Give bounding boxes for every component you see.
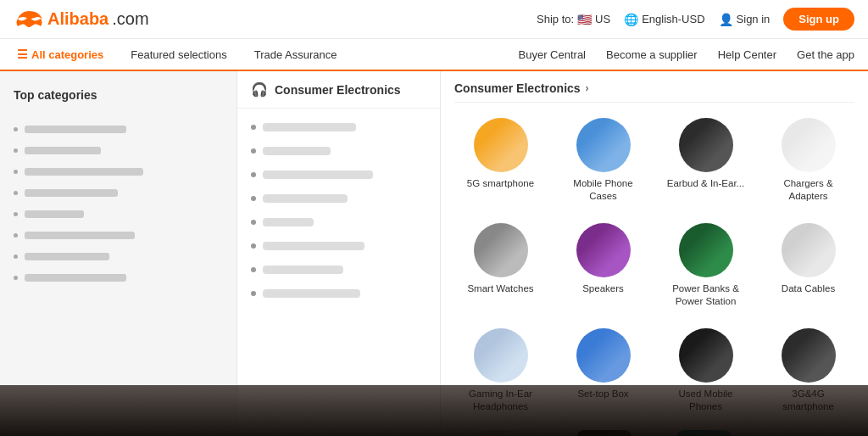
- language-label: English-USD: [642, 13, 704, 25]
- dot-icon: [14, 212, 18, 216]
- us-flag-icon: 🇺🇸: [577, 13, 592, 26]
- right-panel: Consumer Electronics › 5G smartphoneMobi…: [441, 71, 868, 436]
- cat-card[interactable]: Mobile Phone Cases: [557, 113, 649, 208]
- cat-image: [679, 223, 733, 277]
- item-label: [25, 189, 118, 197]
- header-right: Ship to: 🇺🇸 US 🌐 English-USD 👤 Sign in S…: [537, 8, 854, 31]
- list-item[interactable]: [0, 267, 236, 288]
- dot-icon: [14, 148, 18, 153]
- item-label: [25, 210, 84, 218]
- list-item[interactable]: [237, 282, 440, 305]
- cat-name: 5G smartphone: [467, 177, 534, 190]
- navbar: ☰ All categories Featured selections Tra…: [0, 39, 868, 71]
- list-item[interactable]: [0, 119, 236, 140]
- category-header: 🎧 Consumer Electronics: [237, 71, 440, 109]
- nav-buyer-central[interactable]: Buyer Central: [519, 48, 586, 61]
- list-item[interactable]: [0, 161, 236, 182]
- item-label: [263, 194, 348, 203]
- list-item[interactable]: [0, 246, 236, 267]
- list-item[interactable]: [0, 225, 236, 246]
- item-label: [25, 126, 126, 133]
- list-item[interactable]: [237, 234, 440, 258]
- ship-to-label: Ship to:: [537, 13, 574, 25]
- list-item[interactable]: [237, 163, 440, 187]
- user-icon: 👤: [719, 13, 733, 26]
- sign-up-button[interactable]: Sign up: [783, 8, 854, 31]
- cat-image: [782, 118, 836, 172]
- language-selector[interactable]: 🌐 English-USD: [624, 13, 704, 26]
- cat-image: [576, 223, 631, 277]
- categories-grid: 5G smartphoneMobile Phone CasesEarbud & …: [454, 113, 854, 418]
- cat-name: Mobile Phone Cases: [562, 177, 644, 203]
- ship-to[interactable]: Ship to: 🇺🇸 US: [537, 13, 610, 26]
- list-item[interactable]: [0, 204, 236, 225]
- country-code: US: [595, 13, 610, 25]
- cat-image: [679, 328, 733, 383]
- sidebar-title: Top categories: [0, 81, 236, 112]
- cat-image: [474, 223, 528, 277]
- cat-card[interactable]: Chargers & Adapters: [762, 113, 854, 208]
- cat-card[interactable]: Speakers: [557, 218, 649, 313]
- cat-name: Chargers & Adapters: [767, 177, 849, 203]
- cat-image: [782, 328, 836, 383]
- cat-card[interactable]: Earbud & In-Ear...: [659, 113, 752, 208]
- dot-icon: [251, 172, 256, 177]
- left-sidebar: Top categories: [0, 71, 237, 436]
- dot-icon: [14, 233, 18, 238]
- cat-card[interactable]: Smart Watches: [454, 218, 547, 313]
- item-label: [263, 170, 373, 179]
- middle-list: [237, 109, 440, 312]
- cat-name: Data Cables: [782, 282, 835, 295]
- headphones-icon: 🎧: [251, 81, 268, 98]
- dot-icon: [251, 291, 256, 296]
- nav-get-app[interactable]: Get the app: [797, 48, 854, 61]
- nav-trade[interactable]: Trade Assurance: [251, 38, 341, 70]
- list-item[interactable]: [237, 210, 440, 234]
- nav-help-center[interactable]: Help Center: [718, 48, 776, 61]
- item-label: [25, 168, 143, 176]
- item-label: [263, 123, 356, 131]
- logo[interactable]: Alibaba.com: [14, 8, 149, 31]
- dot-icon: [14, 254, 18, 259]
- middle-panel: 🎧 Consumer Electronics: [237, 71, 441, 436]
- featured-label: Featured selections: [131, 48, 226, 61]
- list-item[interactable]: [237, 139, 440, 163]
- list-item[interactable]: [237, 115, 440, 139]
- dot-icon: [251, 196, 256, 201]
- chevron-right-icon: ›: [586, 82, 589, 94]
- dot-icon: [14, 127, 18, 131]
- dark-overlay: [0, 385, 868, 436]
- nav-all-categories[interactable]: ☰ All categories: [14, 39, 107, 71]
- list-item[interactable]: [0, 182, 236, 204]
- nav-become-supplier[interactable]: Become a supplier: [606, 48, 698, 61]
- list-item[interactable]: [237, 187, 440, 210]
- cat-name: Power Banks & Power Station: [665, 282, 747, 308]
- breadcrumb-label: Consumer Electronics: [454, 81, 581, 95]
- sidebar-list: [0, 112, 236, 295]
- trade-label: Trade Assurance: [254, 48, 337, 61]
- all-categories-label: All categories: [31, 48, 103, 61]
- cat-card[interactable]: Data Cables: [762, 218, 854, 313]
- main-container: Top categories 🎧 Consumer Electronics: [0, 71, 868, 436]
- nav-featured[interactable]: Featured selections: [127, 38, 230, 70]
- cat-image: [679, 118, 733, 172]
- cat-card[interactable]: Power Banks & Power Station: [659, 218, 752, 313]
- dot-icon: [251, 148, 256, 154]
- cat-name: Speakers: [582, 282, 624, 295]
- cat-name: Smart Watches: [467, 282, 533, 295]
- list-item[interactable]: [0, 140, 236, 161]
- list-item[interactable]: [237, 258, 440, 282]
- item-label: [263, 289, 360, 298]
- cat-image: [782, 223, 836, 277]
- dot-icon: [251, 267, 256, 272]
- hamburger-icon: ☰: [17, 48, 28, 61]
- logo-dotcom: .com: [112, 9, 148, 29]
- logo-alibaba: Alibaba: [47, 9, 108, 29]
- cat-image: [474, 118, 528, 172]
- item-label: [263, 266, 343, 274]
- sign-in-button[interactable]: 👤 Sign in: [719, 13, 771, 26]
- dot-icon: [251, 125, 256, 130]
- cat-card[interactable]: 5G smartphone: [454, 113, 547, 208]
- dot-icon: [251, 220, 256, 225]
- dot-icon: [14, 276, 18, 280]
